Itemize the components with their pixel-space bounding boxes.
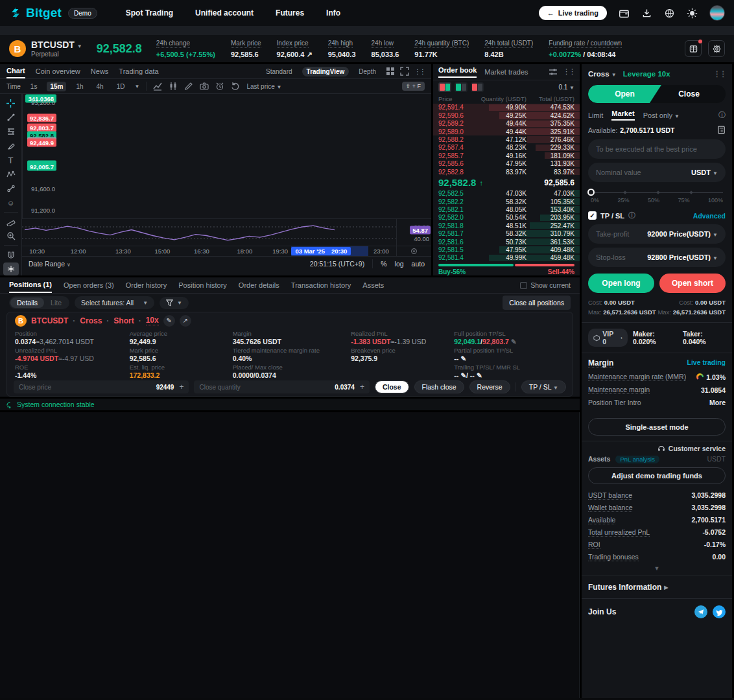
timeframe-4h[interactable]: 4h bbox=[93, 82, 107, 91]
tab-assets[interactable]: Assets bbox=[362, 281, 384, 289]
bitget-logo[interactable]: Bitget bbox=[9, 6, 62, 20]
crosshair-tool-icon[interactable] bbox=[3, 97, 19, 110]
ask-row[interactable]: 92,585.647.95K131.93K bbox=[433, 159, 580, 167]
text-tool-icon[interactable]: T bbox=[3, 154, 19, 167]
calculator-icon[interactable] bbox=[717, 126, 726, 134]
tab-close[interactable]: Close bbox=[652, 85, 726, 103]
info-icon[interactable]: ⓘ bbox=[628, 211, 635, 220]
adjust-demo-funds-button[interactable]: Adjust demo trading funds bbox=[588, 467, 726, 484]
mid-price-row[interactable]: 92,582.8 ↑ 92,585.6 bbox=[433, 176, 580, 189]
ask-row[interactable]: 92,589.249.44K375.35K bbox=[433, 120, 580, 128]
tpsl-dropdown-button[interactable]: TP / SL ▼ bbox=[521, 380, 566, 393]
edit-tpsl-icon[interactable]: ✎ bbox=[511, 338, 517, 345]
telegram-icon[interactable] bbox=[694, 605, 707, 618]
edit-leverage-icon[interactable]: ✎ bbox=[163, 315, 175, 327]
reset-icon[interactable] bbox=[231, 82, 240, 91]
tab-open-orders[interactable]: Open orders (3) bbox=[64, 281, 114, 289]
ask-row[interactable]: 92,582.883.97K83.97K bbox=[433, 168, 580, 176]
toggle-details[interactable]: Details bbox=[10, 298, 44, 308]
tab-order-history[interactable]: Order history bbox=[126, 281, 167, 289]
order-type-post-only[interactable]: Post only ▼ bbox=[643, 111, 680, 119]
view-standard[interactable]: Standard bbox=[261, 67, 297, 76]
advanced-link[interactable]: Advanced bbox=[693, 212, 726, 220]
tab-position-history[interactable]: Position history bbox=[178, 281, 227, 289]
bid-row[interactable]: 92,582.547.03K47.03K bbox=[433, 189, 580, 197]
timeframe-15m[interactable]: 15m bbox=[47, 82, 66, 91]
live-trading-button[interactable]: ← Live trading bbox=[539, 6, 607, 20]
tpsl-checkbox[interactable]: ✓ bbox=[588, 211, 597, 220]
tab-trading-data[interactable]: Trading data bbox=[119, 65, 158, 78]
bid-row[interactable]: 92,581.449.99K459.48K bbox=[433, 254, 580, 262]
slider-mark[interactable]: 75% bbox=[678, 197, 689, 204]
close-position-button[interactable]: Close bbox=[375, 380, 409, 393]
language-globe-icon[interactable] bbox=[664, 8, 675, 19]
orders-book-icon[interactable] bbox=[685, 40, 702, 57]
drag-handle-icon[interactable]: ⋮⋮ bbox=[713, 69, 726, 78]
prediction-tool-icon[interactable] bbox=[3, 182, 19, 195]
timeframe-time[interactable]: Time bbox=[6, 83, 21, 90]
live-trading-link[interactable]: Live trading bbox=[687, 358, 726, 368]
date-range-selector[interactable]: Date Range ∨ bbox=[29, 260, 71, 268]
position-leverage[interactable]: 10x bbox=[146, 316, 159, 325]
pnl-analysis-link[interactable]: PnL analysis bbox=[615, 456, 659, 463]
timeframe-more-caret[interactable]: ▼ bbox=[134, 84, 139, 89]
zoom-tool-icon[interactable] bbox=[3, 229, 19, 242]
slider-mark[interactable]: 0% bbox=[591, 197, 599, 204]
view-depth[interactable]: Depth bbox=[354, 67, 381, 76]
timeframe-1h[interactable]: 1h bbox=[73, 82, 86, 91]
collapse-caret-icon[interactable]: ▼ bbox=[582, 563, 732, 576]
emoji-tool-icon[interactable]: ☺ bbox=[3, 196, 19, 209]
indicators-icon[interactable] bbox=[153, 82, 162, 91]
stop-loss-field[interactable]: Stop-loss 92800 Price(USDT) ▼ bbox=[588, 248, 726, 267]
bid-row[interactable]: 92,581.650.73K361.53K bbox=[433, 238, 580, 246]
bid-row[interactable]: 92,582.050.54K203.95K bbox=[433, 214, 580, 222]
price-source-selector[interactable]: Last price ▼ bbox=[246, 83, 281, 90]
bid-row[interactable]: 92,582.258.32K105.35K bbox=[433, 198, 580, 205]
futures-information[interactable]: Futures Information▶ bbox=[582, 576, 732, 598]
unit-selector[interactable]: USDT ▼ bbox=[691, 169, 718, 176]
user-avatar[interactable] bbox=[709, 5, 725, 21]
ask-row[interactable]: 92,588.247.12K276.46K bbox=[433, 135, 580, 143]
ask-row[interactable]: 92,589.049.44K325.91K bbox=[433, 128, 580, 135]
timeframe-1s[interactable]: 1s bbox=[27, 82, 41, 91]
close-price-field[interactable]: Close price 92449 + bbox=[14, 380, 189, 393]
scale-auto[interactable]: auto bbox=[412, 260, 425, 268]
tab-chart[interactable]: Chart bbox=[6, 64, 25, 78]
share-position-icon[interactable]: ↗ bbox=[180, 315, 191, 327]
open-short-button[interactable]: Open short bbox=[659, 274, 726, 293]
leverage-selector[interactable]: Leverage 10x bbox=[623, 70, 670, 78]
twitter-icon[interactable] bbox=[713, 605, 726, 618]
fullscreen-icon[interactable] bbox=[400, 67, 409, 76]
wallet-icon[interactable] bbox=[619, 8, 630, 19]
margin-mode-selector[interactable]: Cross ▼ bbox=[588, 70, 617, 78]
nominal-value-input[interactable] bbox=[596, 169, 691, 176]
order-type-limit[interactable]: Limit bbox=[588, 111, 603, 119]
scale-percent[interactable]: % bbox=[381, 260, 386, 268]
customer-service[interactable]: Customer service bbox=[582, 441, 732, 456]
layout-grid-icon[interactable] bbox=[386, 67, 395, 76]
slider-mark[interactable]: 50% bbox=[648, 197, 659, 204]
view-bids-icon[interactable] bbox=[455, 82, 468, 92]
rsi-pane[interactable] bbox=[22, 218, 396, 246]
reverse-button[interactable]: Reverse bbox=[469, 380, 510, 393]
ask-row[interactable]: 92,591.449.90K474.53K bbox=[433, 104, 580, 111]
price-axis[interactable]: 341.0368 93,200.092,836.792,803.792,582.… bbox=[22, 94, 57, 218]
plus-stepper-icon[interactable]: + bbox=[360, 382, 364, 391]
info-icon[interactable]: ⓘ bbox=[718, 110, 726, 120]
tab-open[interactable]: Open bbox=[588, 85, 661, 103]
tab-news[interactable]: News bbox=[91, 65, 109, 78]
tab-positions[interactable]: Positions (1) bbox=[9, 277, 52, 293]
scale-log[interactable]: log bbox=[395, 260, 404, 268]
order-type-market[interactable]: Market bbox=[611, 110, 634, 121]
drag-handle-icon[interactable]: ⋮⋮ bbox=[563, 67, 574, 76]
tab-coin-overview[interactable]: Coin overview bbox=[36, 65, 80, 78]
bid-row[interactable]: 92,582.148.05K153.40K bbox=[433, 205, 580, 213]
screenshot-camera-icon[interactable] bbox=[200, 82, 209, 91]
view-asks-icon[interactable] bbox=[471, 82, 484, 92]
theme-sun-icon[interactable] bbox=[687, 8, 698, 19]
slider-mark[interactable]: 100% bbox=[708, 197, 723, 204]
view-tradingview[interactable]: TradingView bbox=[302, 67, 349, 76]
nav-futures[interactable]: Futures bbox=[276, 8, 304, 18]
vip-badge[interactable]: VIP 0 › bbox=[588, 329, 628, 347]
symbol-selector[interactable]: BTCUSDT ▼ Perpetual bbox=[31, 40, 82, 58]
